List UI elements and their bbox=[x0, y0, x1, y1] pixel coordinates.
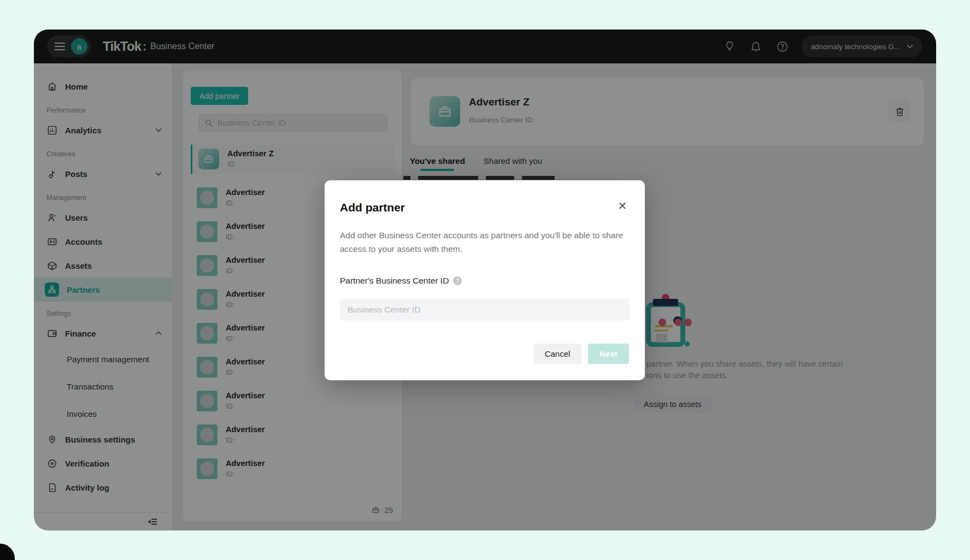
next-button[interactable]: Next bbox=[588, 344, 629, 364]
modal-field-label: Partner's Business Center ID ? bbox=[340, 276, 462, 286]
desktop-background: a TikTok : Business Center bbox=[0, 0, 970, 560]
modal-description: Add other Business Center accounts as pa… bbox=[340, 228, 631, 256]
close-icon[interactable]: ✕ bbox=[614, 198, 631, 214]
cancel-button[interactable]: Cancel bbox=[533, 344, 581, 364]
background-window-corner bbox=[0, 544, 15, 560]
business-center-id-input[interactable] bbox=[340, 299, 630, 321]
info-icon[interactable]: ? bbox=[453, 276, 462, 285]
add-partner-modal: Add partner ✕ Add other Business Center … bbox=[325, 180, 645, 380]
modal-title: Add partner bbox=[340, 201, 405, 214]
